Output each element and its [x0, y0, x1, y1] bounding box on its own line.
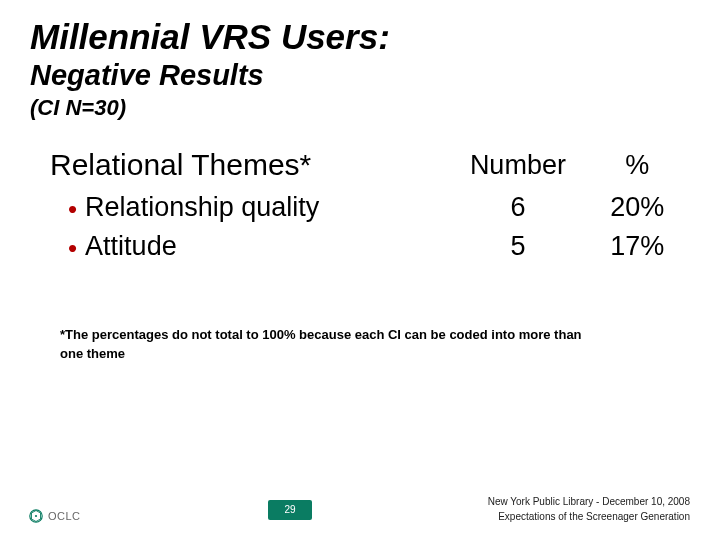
logo: OCLC — [28, 508, 81, 524]
row-percent: 17% — [593, 227, 682, 266]
table-row: •Attitude 5 17% — [50, 227, 682, 266]
footnote: *The percentages do not total to 100% be… — [0, 266, 650, 364]
section-header: Relational Themes* — [50, 142, 443, 188]
row-label-cell: •Relationship quality — [50, 188, 443, 227]
col-percent: % — [593, 142, 682, 188]
data-table: Relational Themes* Number % •Relationshi… — [50, 142, 682, 266]
svg-point-1 — [35, 515, 37, 517]
row-label-cell: •Attitude — [50, 227, 443, 266]
row-label: Relationship quality — [85, 192, 319, 222]
title-line-1: Millennial VRS Users: — [30, 18, 690, 57]
footer: OCLC 29 New York Public Library - Decemb… — [0, 486, 720, 526]
title-line-2: Negative Results — [30, 59, 690, 92]
row-label: Attitude — [85, 231, 177, 261]
page-number: 29 — [268, 500, 312, 520]
row-number: 5 — [443, 227, 593, 266]
footer-right: New York Public Library - December 10, 2… — [488, 494, 690, 524]
title-line-3: (CI N=30) — [30, 94, 690, 123]
footer-right-line2: Expectations of the Screenager Generatio… — [488, 509, 690, 524]
footer-right-line1: New York Public Library - December 10, 2… — [488, 494, 690, 509]
row-percent: 20% — [593, 188, 682, 227]
table-header-row: Relational Themes* Number % — [50, 142, 682, 188]
logo-icon — [28, 508, 44, 524]
title-block: Millennial VRS Users: Negative Results (… — [0, 0, 720, 122]
table-row: •Relationship quality 6 20% — [50, 188, 682, 227]
slide: Millennial VRS Users: Negative Results (… — [0, 0, 720, 540]
body: Relational Themes* Number % •Relationshi… — [0, 122, 720, 266]
logo-text: OCLC — [48, 510, 81, 522]
row-number: 6 — [443, 188, 593, 227]
col-number: Number — [443, 142, 593, 188]
